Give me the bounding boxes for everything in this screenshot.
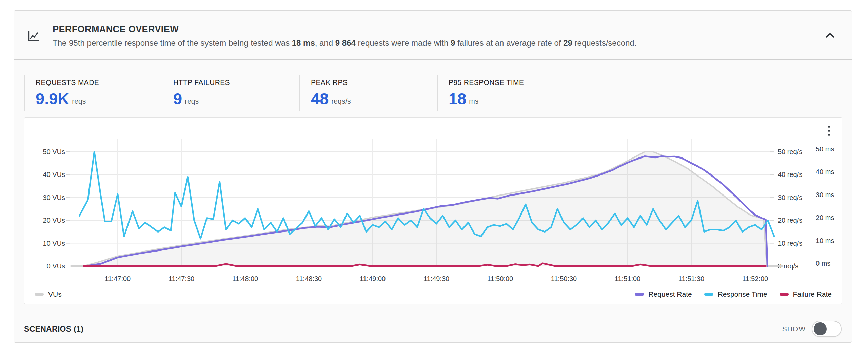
page-title: PERFORMANCE OVERVIEW — [53, 24, 636, 35]
chart-legend: VUs Request Rate Response Time Failure R… — [35, 290, 832, 298]
stat-value: 9.9K — [36, 91, 69, 107]
svg-text:40 ms: 40 ms — [816, 168, 834, 175]
stat-label: PEAK RPS — [311, 78, 434, 87]
svg-text:11:50:00: 11:50:00 — [487, 275, 513, 282]
legend-item-request-rate[interactable]: Request Rate — [635, 290, 692, 298]
vus-swatch — [35, 293, 44, 296]
svg-text:11:51:00: 11:51:00 — [615, 275, 640, 282]
legend-item-response-time[interactable]: Response Time — [704, 290, 767, 298]
request-rate-swatch — [635, 293, 644, 296]
stats-row: REQUESTS MADE 9.9K reqs HTTP FAILURES 9 … — [24, 75, 575, 111]
svg-text:11:47:00: 11:47:00 — [105, 275, 131, 282]
failure-rate-swatch — [780, 293, 789, 296]
svg-text:50 VUs: 50 VUs — [43, 148, 65, 155]
performance-chart[interactable]: 0 VUs0 req/s0 ms10 VUs10 req/s10 ms20 VU… — [24, 118, 843, 304]
svg-text:50 req/s: 50 req/s — [778, 148, 802, 155]
stat-unit: reqs — [72, 97, 86, 107]
svg-text:11:47:30: 11:47:30 — [169, 275, 194, 282]
divider — [92, 329, 773, 329]
collapse-panel-button[interactable] — [823, 28, 837, 43]
svg-text:11:50:30: 11:50:30 — [551, 275, 577, 282]
svg-text:11:49:00: 11:49:00 — [360, 275, 386, 282]
performance-chart-panel: 0 VUs0 req/s0 ms10 VUs10 req/s10 ms20 VU… — [24, 117, 842, 304]
show-label: SHOW — [782, 325, 806, 333]
legend-item-vus[interactable]: VUs — [35, 290, 62, 298]
svg-text:0 VUs: 0 VUs — [47, 262, 65, 270]
toggle-knob — [814, 322, 827, 335]
svg-text:11:48:00: 11:48:00 — [232, 275, 258, 282]
chevron-up-icon — [825, 33, 835, 39]
svg-text:11:49:30: 11:49:30 — [423, 275, 449, 282]
svg-text:20 ms: 20 ms — [816, 214, 834, 221]
kebab-vertical-icon — [828, 126, 830, 136]
stat-unit: reqs — [185, 97, 199, 107]
legend-right-group: Request Rate Response Time Failure Rate — [635, 290, 832, 298]
scenarios-row: SCENARIOS (1) SHOW — [24, 319, 842, 339]
chart-menu-button[interactable] — [823, 124, 835, 137]
stat-label: P95 RESPONSE TIME — [449, 78, 571, 87]
stat-p95-response-time: P95 RESPONSE TIME 18 ms — [437, 75, 575, 111]
svg-text:10 VUs: 10 VUs — [43, 240, 65, 247]
svg-text:20 req/s: 20 req/s — [778, 217, 802, 224]
svg-text:11:52:00: 11:52:00 — [742, 275, 768, 282]
stat-label: REQUESTS MADE — [36, 78, 158, 87]
card-header: PERFORMANCE OVERVIEW The 95th percentile… — [14, 11, 852, 60]
chart-line-icon — [26, 29, 41, 45]
svg-text:30 ms: 30 ms — [816, 191, 834, 199]
svg-text:11:51:30: 11:51:30 — [678, 275, 704, 282]
svg-text:40 VUs: 40 VUs — [43, 171, 65, 178]
stat-unit: ms — [469, 97, 478, 107]
stat-value: 18 — [449, 91, 466, 107]
stat-value: 9 — [173, 91, 182, 107]
stat-requests-made: REQUESTS MADE 9.9K reqs — [24, 75, 162, 111]
svg-text:50 ms: 50 ms — [816, 145, 834, 153]
show-scenarios-toggle[interactable] — [812, 321, 842, 337]
svg-text:11:48:30: 11:48:30 — [296, 275, 322, 282]
svg-text:30 VUs: 30 VUs — [43, 194, 65, 201]
stat-peak-rps: PEAK RPS 48 reqs/s — [299, 75, 437, 111]
legend-left-group: VUs — [35, 290, 62, 298]
svg-text:30 req/s: 30 req/s — [778, 194, 802, 201]
response-time-swatch — [704, 293, 713, 296]
summary-text: The 95th percentile response time of the… — [53, 38, 636, 48]
legend-item-failure-rate[interactable]: Failure Rate — [780, 290, 832, 298]
stat-unit: reqs/s — [331, 97, 351, 107]
svg-text:40 req/s: 40 req/s — [778, 171, 802, 178]
svg-text:10 ms: 10 ms — [816, 237, 834, 244]
svg-text:20 VUs: 20 VUs — [43, 217, 65, 224]
stat-label: HTTP FAILURES — [173, 78, 296, 87]
performance-overview-card: PERFORMANCE OVERVIEW The 95th percentile… — [14, 10, 852, 343]
scenarios-label: SCENARIOS (1) — [24, 324, 83, 334]
svg-text:10 req/s: 10 req/s — [778, 240, 802, 247]
svg-text:0 ms: 0 ms — [816, 260, 830, 267]
stat-http-failures: HTTP FAILURES 9 reqs — [162, 75, 299, 111]
stat-value: 48 — [311, 91, 329, 107]
